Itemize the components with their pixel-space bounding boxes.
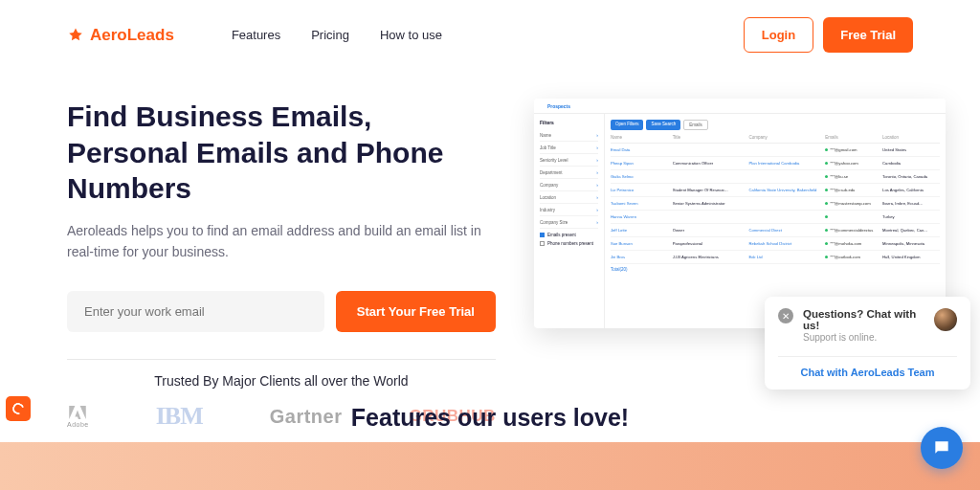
- table-row: Tsubomi SevenSenior Systems Administrato…: [611, 197, 940, 211]
- hero-subtitle: Aeroleads helps you to find an email add…: [67, 220, 496, 263]
- logo[interactable]: AeroLeads: [67, 26, 174, 45]
- widget-icon: [11, 401, 26, 416]
- start-trial-button[interactable]: Start Your Free Trial: [336, 291, 496, 332]
- free-trial-button[interactable]: Free Trial: [823, 17, 913, 53]
- chat-link[interactable]: Chat with AeroLeads Team: [778, 356, 957, 378]
- hero-title: Find Business Emails, Personal Emails an…: [67, 99, 496, 207]
- chat-close-icon[interactable]: ✕: [778, 308, 793, 323]
- features-band: Features our users love!: [0, 385, 980, 490]
- chat-launcher-button[interactable]: [921, 427, 963, 469]
- table-row: Sue BunsonParaprofessionalRebekah School…: [611, 237, 940, 251]
- table-row: Email Data***@gmail.comUnited States: [611, 144, 940, 157]
- header: AeroLeads Features Pricing How to use Lo…: [0, 0, 980, 70]
- login-button[interactable]: Login: [744, 17, 813, 53]
- side-widget-button[interactable]: [6, 396, 31, 421]
- app-preview: Prospects Filters Name›Job Title›Seniori…: [534, 99, 946, 328]
- table-row: Liz PetronicoStudent Manager Of Researc.…: [611, 184, 940, 197]
- table-row: Pheap SipanCommunication OfficerPlan Int…: [611, 157, 940, 170]
- chat-subtitle: Support is online.: [803, 332, 924, 343]
- main-nav: Features Pricing How to use: [232, 28, 442, 42]
- logo-text: AeroLeads: [90, 26, 174, 45]
- email-input[interactable]: [67, 291, 324, 332]
- nav-pricing[interactable]: Pricing: [311, 28, 349, 42]
- table-row: Giulia Selmo***@liu.seToronto, Ontario, …: [611, 170, 940, 184]
- table-row: Jeff LotteOwnerCommercial Direct***@comm…: [611, 224, 940, 237]
- gradient-strip: [0, 442, 980, 490]
- features-title: Features our users love!: [0, 385, 980, 432]
- chat-avatar: [934, 308, 957, 331]
- table-row: Hanna WarrenTurkey: [611, 211, 940, 224]
- email-capture: Start Your Free Trial: [67, 291, 496, 332]
- table-row: Jiri BrosJ.I.B Agricens ElectriciansEdc …: [611, 251, 940, 264]
- header-actions: Login Free Trial: [744, 17, 913, 53]
- chat-title: Questions? Chat with us!: [803, 308, 924, 331]
- preview-tab: Prospects: [542, 101, 576, 111]
- chat-widget: ✕ Questions? Chat with us! Support is on…: [765, 297, 970, 390]
- nav-features[interactable]: Features: [232, 28, 280, 42]
- nav-howto[interactable]: How to use: [380, 28, 442, 42]
- rocket-icon: [67, 27, 84, 44]
- chat-icon: [932, 438, 951, 457]
